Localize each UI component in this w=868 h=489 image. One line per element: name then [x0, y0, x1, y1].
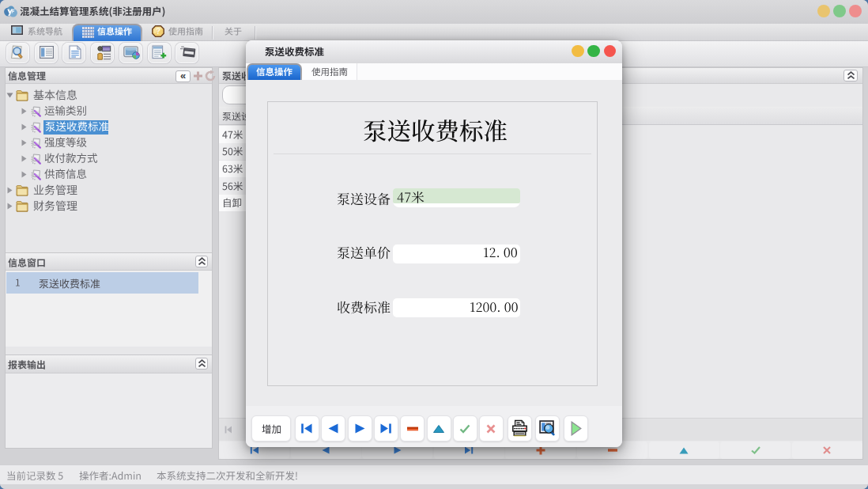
- svg-text:?: ?: [156, 27, 160, 36]
